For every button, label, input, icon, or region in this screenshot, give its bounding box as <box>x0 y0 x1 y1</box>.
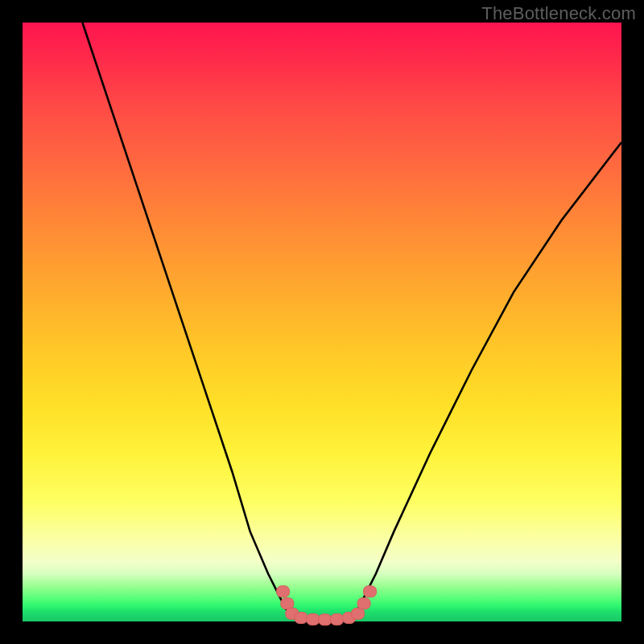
curve-marker <box>277 586 290 597</box>
curve-layer <box>23 23 621 621</box>
watermark-text: TheBottleneck.com <box>481 3 636 24</box>
curve-marker <box>319 614 332 625</box>
curve-marker <box>352 608 365 619</box>
bottleneck-curve <box>82 23 621 620</box>
curve-marker <box>364 586 377 597</box>
curve-marker <box>307 613 320 625</box>
curve-marker <box>331 613 344 625</box>
curve-markers <box>277 586 377 625</box>
curve-marker <box>357 598 370 609</box>
plot-area <box>23 23 621 621</box>
curve-marker <box>295 613 308 624</box>
curve-marker <box>281 598 294 609</box>
chart-frame: TheBottleneck.com <box>0 0 644 644</box>
